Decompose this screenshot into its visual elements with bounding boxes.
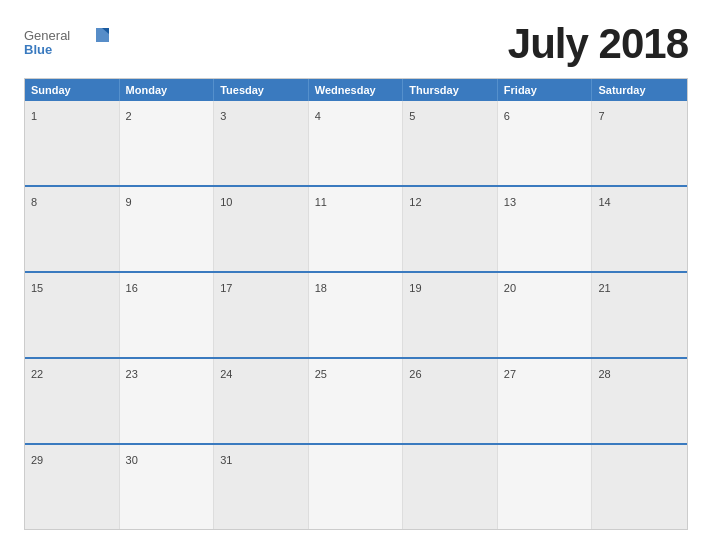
day-cell: 30: [120, 445, 215, 529]
day-number: 16: [126, 282, 138, 294]
day-number: 23: [126, 368, 138, 380]
day-number: 5: [409, 110, 415, 122]
day-cell: 1: [25, 101, 120, 185]
header-wednesday: Wednesday: [309, 79, 404, 101]
day-cell: 7: [592, 101, 687, 185]
calendar-body: 1234567891011121314151617181920212223242…: [25, 101, 687, 529]
day-cell: 20: [498, 273, 593, 357]
day-number: 29: [31, 454, 43, 466]
week-3: 15161718192021: [25, 271, 687, 357]
day-cell: 25: [309, 359, 404, 443]
week-2: 891011121314: [25, 185, 687, 271]
svg-text:General: General: [24, 28, 70, 43]
day-cell: 10: [214, 187, 309, 271]
day-cell: 15: [25, 273, 120, 357]
day-number: 28: [598, 368, 610, 380]
day-cell: 19: [403, 273, 498, 357]
day-number: 4: [315, 110, 321, 122]
day-number: 26: [409, 368, 421, 380]
day-cell: 13: [498, 187, 593, 271]
calendar: Sunday Monday Tuesday Wednesday Thursday…: [24, 78, 688, 530]
header-friday: Friday: [498, 79, 593, 101]
header-sunday: Sunday: [25, 79, 120, 101]
day-cell: 29: [25, 445, 120, 529]
day-number: 17: [220, 282, 232, 294]
header-thursday: Thursday: [403, 79, 498, 101]
week-5: 293031: [25, 443, 687, 529]
day-cell: 9: [120, 187, 215, 271]
day-cell: 3: [214, 101, 309, 185]
logo-text: General Blue: [24, 24, 114, 64]
day-number: 31: [220, 454, 232, 466]
day-number: 30: [126, 454, 138, 466]
day-cell: 8: [25, 187, 120, 271]
day-number: 2: [126, 110, 132, 122]
day-number: 19: [409, 282, 421, 294]
day-number: 15: [31, 282, 43, 294]
day-number: 20: [504, 282, 516, 294]
day-cell: 12: [403, 187, 498, 271]
day-cell: 11: [309, 187, 404, 271]
day-cell: 4: [309, 101, 404, 185]
day-number: 9: [126, 196, 132, 208]
day-cell: 23: [120, 359, 215, 443]
calendar-title: July 2018: [508, 20, 688, 68]
day-cell: 17: [214, 273, 309, 357]
day-number: 8: [31, 196, 37, 208]
day-cell: 16: [120, 273, 215, 357]
header: General Blue July 2018: [24, 20, 688, 68]
day-cell: 14: [592, 187, 687, 271]
day-cell: 21: [592, 273, 687, 357]
day-number: 24: [220, 368, 232, 380]
day-number: 6: [504, 110, 510, 122]
day-number: 25: [315, 368, 327, 380]
day-cell: 31: [214, 445, 309, 529]
day-number: 12: [409, 196, 421, 208]
day-cell: 18: [309, 273, 404, 357]
day-cell: [309, 445, 404, 529]
day-cell: 26: [403, 359, 498, 443]
day-number: 27: [504, 368, 516, 380]
day-cell: 28: [592, 359, 687, 443]
day-number: 7: [598, 110, 604, 122]
day-number: 10: [220, 196, 232, 208]
logo-icon: General Blue: [24, 24, 114, 60]
day-cell: 6: [498, 101, 593, 185]
header-saturday: Saturday: [592, 79, 687, 101]
day-cell: 5: [403, 101, 498, 185]
day-number: 14: [598, 196, 610, 208]
svg-text:Blue: Blue: [24, 42, 52, 57]
day-cell: [403, 445, 498, 529]
logo: General Blue: [24, 24, 114, 64]
day-cell: [592, 445, 687, 529]
header-monday: Monday: [120, 79, 215, 101]
day-number: 11: [315, 196, 327, 208]
week-1: 1234567: [25, 101, 687, 185]
day-number: 13: [504, 196, 516, 208]
calendar-header-row: Sunday Monday Tuesday Wednesday Thursday…: [25, 79, 687, 101]
day-cell: 22: [25, 359, 120, 443]
day-cell: 24: [214, 359, 309, 443]
day-number: 1: [31, 110, 37, 122]
day-number: 21: [598, 282, 610, 294]
day-number: 3: [220, 110, 226, 122]
day-cell: [498, 445, 593, 529]
day-number: 18: [315, 282, 327, 294]
day-cell: 2: [120, 101, 215, 185]
header-tuesday: Tuesday: [214, 79, 309, 101]
week-4: 22232425262728: [25, 357, 687, 443]
day-number: 22: [31, 368, 43, 380]
day-cell: 27: [498, 359, 593, 443]
page: General Blue July 2018 Sunday Monday Tue…: [0, 0, 712, 550]
